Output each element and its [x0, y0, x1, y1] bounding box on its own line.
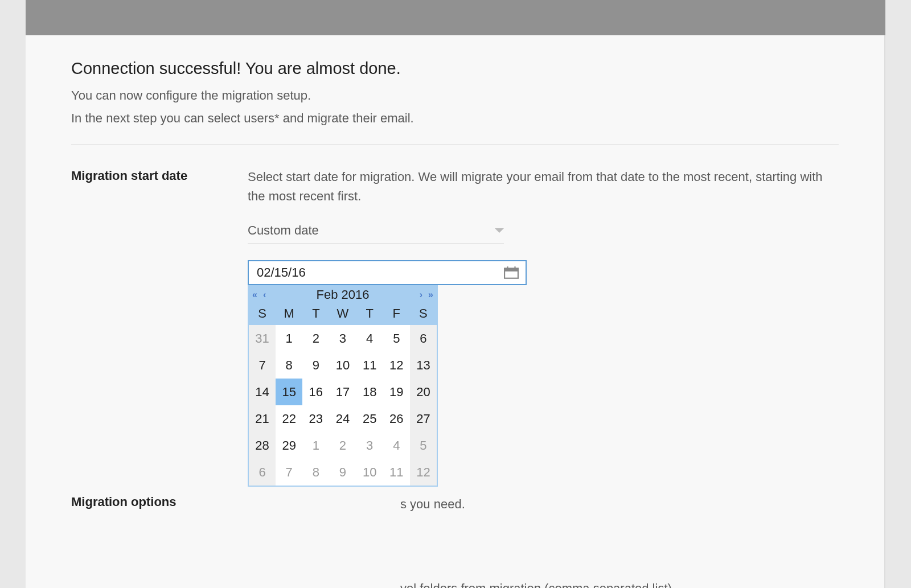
chevron-down-icon	[495, 228, 504, 233]
title-bar	[26, 0, 885, 35]
calendar-day[interactable]: 13	[410, 352, 437, 379]
calendar-day[interactable]: 23	[302, 405, 329, 432]
page-subtitle-2: In the next step you can select users* a…	[71, 111, 839, 126]
calendar-day[interactable]: 5	[383, 325, 410, 352]
options-exclude-label-partial: vel folders from migration (comma separa…	[400, 581, 672, 588]
options-label: Migration options	[71, 494, 248, 509]
calendar-day[interactable]: 10	[329, 352, 356, 379]
calendar-day[interactable]: 12	[383, 352, 410, 379]
calendar-day[interactable]: 22	[276, 405, 302, 432]
calendar-day[interactable]: 3	[329, 325, 356, 352]
calendar-day[interactable]: 10	[356, 459, 383, 486]
calendar-day[interactable]: 1	[276, 325, 302, 352]
svg-rect-1	[504, 269, 518, 272]
calendar-icon[interactable]	[497, 261, 526, 284]
calendar-day[interactable]: 17	[329, 379, 356, 405]
svg-rect-3	[514, 266, 515, 269]
calendar-day[interactable]: 9	[329, 459, 356, 486]
calendar-day[interactable]: 28	[249, 432, 276, 459]
date-type-select-value: Custom date	[248, 221, 319, 240]
page-subtitle-1: You can now configure the migration setu…	[71, 88, 839, 103]
calendar-popup: « ‹ Feb 2016 › » SMTWTFS 311234567891011…	[248, 285, 438, 487]
calendar-day[interactable]: 16	[302, 379, 329, 405]
calendar-dow-cell: W	[329, 303, 356, 325]
options-line1-partial: s you need.	[400, 497, 465, 511]
page-title: Connection successful! You are almost do…	[71, 59, 839, 78]
calendar-day[interactable]: 7	[249, 352, 276, 379]
start-date-label: Migration start date	[71, 167, 248, 183]
calendar-day[interactable]: 21	[249, 405, 276, 432]
calendar-day[interactable]: 14	[249, 379, 276, 405]
calendar-dow-cell: S	[410, 303, 437, 325]
calendar-day[interactable]: 31	[249, 325, 276, 352]
calendar-next-year[interactable]: »	[427, 288, 434, 302]
calendar-prev-month[interactable]: ‹	[262, 288, 267, 302]
svg-rect-2	[507, 266, 508, 269]
calendar-day[interactable]: 6	[410, 325, 437, 352]
calendar-day[interactable]: 2	[329, 432, 356, 459]
calendar-day[interactable]: 2	[302, 325, 329, 352]
calendar-day[interactable]: 20	[410, 379, 437, 405]
calendar-prev-year[interactable]: «	[251, 288, 258, 302]
date-type-select[interactable]: Custom date	[248, 221, 504, 244]
calendar-grid: 3112345678910111213141516171819202122232…	[249, 325, 437, 486]
calendar-dow-row: SMTWTFS	[249, 303, 437, 325]
calendar-day[interactable]: 11	[356, 352, 383, 379]
content-panel: Connection successful! You are almost do…	[26, 35, 885, 588]
calendar-day[interactable]: 8	[276, 352, 302, 379]
calendar-day[interactable]: 26	[383, 405, 410, 432]
start-date-description: Select start date for migration. We will…	[248, 167, 839, 206]
calendar-day[interactable]: 4	[356, 325, 383, 352]
calendar-day[interactable]: 4	[383, 432, 410, 459]
calendar-day[interactable]: 19	[383, 379, 410, 405]
calendar-day[interactable]: 3	[356, 432, 383, 459]
calendar-dow-cell: M	[276, 303, 302, 325]
calendar-day[interactable]: 6	[249, 459, 276, 486]
calendar-day[interactable]: 7	[276, 459, 302, 486]
section-divider	[71, 144, 839, 145]
calendar-day[interactable]: 29	[276, 432, 302, 459]
date-input[interactable]	[249, 261, 497, 284]
calendar-dow-cell: F	[383, 303, 410, 325]
date-input-wrap[interactable]	[248, 260, 527, 285]
calendar-day[interactable]: 15	[276, 379, 302, 405]
calendar-day[interactable]: 11	[383, 459, 410, 486]
calendar-day[interactable]: 27	[410, 405, 437, 432]
calendar-dow-cell: S	[249, 303, 276, 325]
calendar-day[interactable]: 1	[302, 432, 329, 459]
calendar-title: Feb 2016	[317, 285, 370, 305]
calendar-day[interactable]: 5	[410, 432, 437, 459]
calendar-day[interactable]: 8	[302, 459, 329, 486]
calendar-day[interactable]: 24	[329, 405, 356, 432]
calendar-day[interactable]: 12	[410, 459, 437, 486]
calendar-next-month[interactable]: ›	[418, 288, 424, 302]
calendar-day[interactable]: 25	[356, 405, 383, 432]
calendar-dow-cell: T	[356, 303, 383, 325]
calendar-day[interactable]: 18	[356, 379, 383, 405]
calendar-day[interactable]: 9	[302, 352, 329, 379]
calendar-dow-cell: T	[302, 303, 329, 325]
